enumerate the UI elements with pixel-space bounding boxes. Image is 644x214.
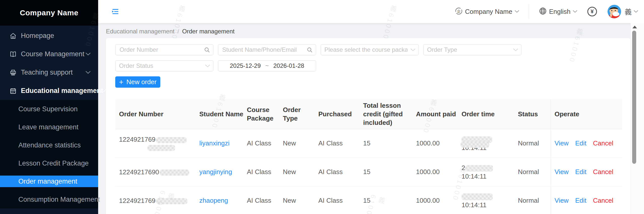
order-number-text: 1224921769 [119, 136, 156, 143]
chevron-down-icon [634, 9, 638, 14]
cell-order-number: 1224921769 [115, 129, 196, 158]
date-end-value[interactable]: 2026-01-28 [273, 62, 304, 69]
student-link[interactable]: zhaopeng [199, 197, 228, 204]
masked-block [156, 198, 187, 204]
sidebar-item-homepage[interactable]: Homepage [0, 27, 98, 45]
sidebar-item-teaching-support[interactable]: Teaching support [0, 63, 98, 82]
logo-text: Company Name [20, 9, 79, 17]
cell-order-type: New [279, 129, 315, 158]
sidebar-item-attendance-statistics[interactable]: Attendance statistics [0, 136, 98, 154]
order-number-text: 12249217690 [119, 168, 159, 176]
sidebar-item-label: Course Management [21, 50, 84, 58]
cell-status: Normal [514, 158, 551, 186]
language-switcher[interactable]: English [539, 7, 577, 16]
edit-link[interactable]: Edit [575, 197, 586, 204]
breadcrumb-parent[interactable]: Educational management [106, 28, 174, 35]
sidebar-item-course-supervision[interactable]: Course Supervision [0, 100, 98, 118]
cell-amount-paid: 1000.00 [412, 158, 458, 186]
content-area: Educational management / Order managemen… [98, 23, 630, 214]
sidebar: Company Name Homepage Course Management [0, 0, 98, 214]
course-book-icon [10, 51, 17, 58]
search-icon[interactable] [307, 47, 313, 54]
col-total-credit: Total lesson credit (gifted included) [359, 99, 412, 129]
filter-row-1: Please select the course package Order T… [115, 44, 622, 55]
edit-link[interactable]: Edit [575, 139, 586, 147]
company-switcher[interactable]: 企 Company Name [455, 7, 519, 16]
view-link[interactable]: View [555, 197, 569, 204]
table-row: 12249217690 yangjinying AI Class New AI … [115, 158, 622, 186]
order-status-select[interactable]: Order Status [115, 60, 213, 71]
cancel-link[interactable]: Cancel [593, 168, 613, 176]
sidebar-subitem-label: Order management [18, 178, 77, 185]
student-link[interactable]: yangjinying [199, 168, 232, 176]
cell-status: Normal [514, 186, 551, 214]
order-time-text: 10:14:11 [462, 201, 486, 209]
user-menu[interactable]: 義 [621, 7, 638, 17]
company-name-label: Company Name [465, 8, 512, 16]
edit-link[interactable]: Edit [575, 168, 586, 176]
sidebar-item-consumption-management[interactable]: Consumption Management [0, 190, 98, 208]
cell-course-package: AI Class [243, 158, 279, 186]
chevron-down-icon [513, 47, 518, 54]
avatar[interactable] [608, 5, 621, 18]
col-order-type: Order Type [279, 99, 315, 129]
order-management-card: Please select the course package Order T… [106, 38, 630, 214]
sidebar-item-educational-management[interactable]: Educational management [0, 82, 98, 100]
col-purchased: Purchased [315, 99, 359, 129]
topbar-right: 企 Company Name English ¥ [455, 4, 638, 19]
scroll-up-icon[interactable] [632, 26, 637, 28]
date-range-separator: ~ [265, 62, 269, 69]
cancel-link[interactable]: Cancel [593, 139, 613, 147]
orders-table: Order Number Student Name Course Package… [115, 99, 622, 214]
course-package-placeholder: Please select the course package [324, 46, 407, 53]
chevron-down-icon [410, 47, 415, 54]
scrollbar-thumb[interactable] [632, 31, 636, 164]
cell-operate: ViewEditCancel [551, 129, 622, 158]
sidebar-subitem-label: Leave management [18, 123, 79, 131]
vertical-scrollbar[interactable] [630, 23, 644, 214]
cancel-link[interactable]: Cancel [593, 197, 613, 204]
student-link[interactable]: liyanxingzi [199, 139, 230, 147]
student-search-input[interactable] [222, 46, 306, 54]
sidebar-item-order-management[interactable]: Order management [0, 172, 98, 190]
user-name: 義 [625, 7, 632, 17]
col-order-time: Order time [458, 99, 514, 129]
cell-total-credit: 15 [359, 186, 412, 214]
order-management-page: Company Name Homepage Course Management [0, 0, 644, 214]
sidebar-item-lesson-credit-package[interactable]: Lesson Credit Package [0, 154, 98, 172]
currency-symbol: ¥ [591, 8, 594, 15]
chevron-down-icon [86, 52, 91, 57]
date-start-value[interactable]: 2025-12-29 [230, 62, 261, 69]
course-package-select[interactable]: Please select the course package [321, 44, 419, 55]
masked-block [461, 141, 489, 148]
col-student-name: Student Name [196, 99, 243, 129]
menu-fold-icon[interactable] [112, 8, 119, 15]
cell-order-number: 1224921769 [115, 186, 196, 214]
masked-block [462, 193, 493, 200]
globe-icon [539, 7, 547, 16]
order-type-placeholder: Order Type [427, 46, 457, 53]
cell-operate: ViewEditCancel [551, 186, 622, 214]
table-header-row: Order Number Student Name Course Package… [115, 99, 622, 129]
masked-block [160, 170, 189, 176]
view-link[interactable]: View [555, 139, 569, 147]
sidebar-item-leave-management[interactable]: Leave management [0, 118, 98, 136]
order-type-select[interactable]: Order Type [423, 44, 521, 55]
search-icon[interactable] [204, 47, 210, 54]
header-divider [529, 4, 529, 19]
table-row: 1224921769 liyanxingzi AI Class New AI C… [115, 129, 622, 158]
new-order-button[interactable]: + New order [115, 76, 160, 88]
sidebar-item-course-management[interactable]: Course Management [0, 45, 98, 63]
col-amount-paid: Amount paid [412, 99, 458, 129]
cell-order-type: New [279, 186, 315, 214]
view-link[interactable]: View [555, 168, 569, 176]
masked-block [147, 145, 175, 151]
cell-total-credit: 15 [359, 158, 412, 186]
date-range-picker[interactable]: 2025-12-29 ~ 2026-01-28 [218, 60, 316, 71]
order-status-placeholder: Order Status [119, 62, 153, 69]
company-icon: 企 [455, 7, 463, 16]
order-date-text: 2 [462, 164, 465, 172]
currency-yen-icon[interactable]: ¥ [587, 7, 597, 16]
order-number-input[interactable] [119, 46, 203, 54]
order-number-text: 1224921769 [119, 197, 156, 204]
